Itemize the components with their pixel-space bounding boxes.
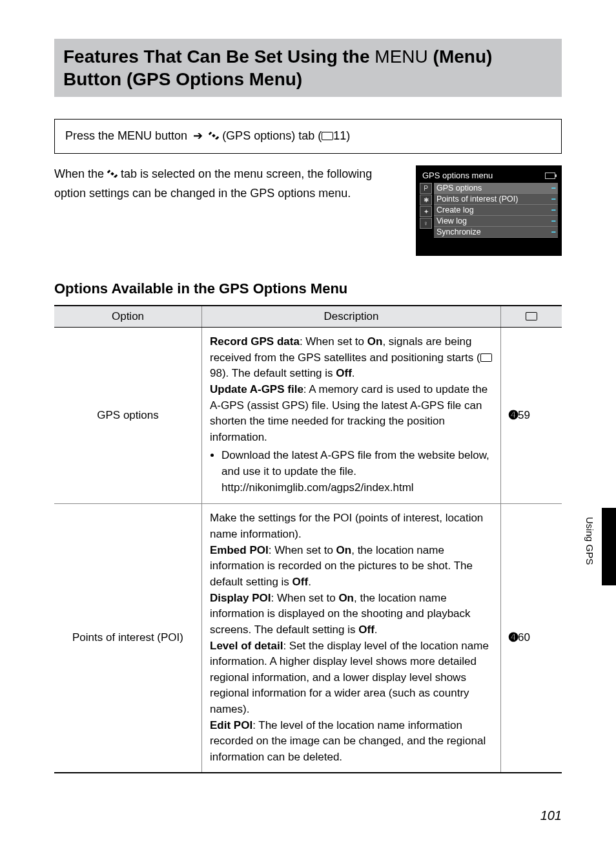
svg-rect-3 [110,172,114,176]
intro-text: When the tab is selected on the menu scr… [54,165,398,203]
txt: : When set to [271,592,338,604]
nav-text: Press the [65,129,118,142]
lcd-row-value: -- [551,227,555,236]
txt: . [308,576,311,588]
lcd-menu-rows: GPS options-- Points of interest (POI)--… [434,183,558,238]
term: Edit POI [210,719,252,731]
txt: . [375,624,378,636]
book-icon [480,353,492,362]
value-off: Off [358,624,375,636]
bullet-list: Download the latest A-GPS file from the … [210,448,493,496]
menu-glyph: MENU [375,47,427,67]
col-reference [501,306,562,328]
col-description: Description [202,306,501,328]
svg-rect-1 [209,132,212,136]
nav-ref: 11) [333,129,350,142]
navigation-hint-box: Press the MENU button ➔ (GPS options) ta… [54,119,562,154]
lcd-tab-icon: ✱ [420,194,432,205]
txt: : When set to [269,544,336,556]
col-option: Option [54,306,202,328]
lcd-row-value: -- [551,194,555,204]
value-off: Off [293,576,309,588]
lcd-tab-icon: P [420,183,432,194]
option-description: Record GPS data: When set to On, signals… [202,328,501,504]
lcd-row-value: -- [551,205,555,215]
txt: . [352,367,355,379]
term: Update A-GPS file [210,383,303,395]
page-title: Features That Can Be Set Using the MENU … [54,39,562,97]
value-off: Off [336,367,352,379]
term: Level of detail [210,640,283,652]
list-item: Download the latest A-GPS file from the … [221,448,493,496]
lcd-title-bar: GPS options menu [420,169,558,183]
lcd-row-value: -- [551,183,555,193]
term: Embed POI [210,544,269,556]
reference-icon: ➍ [509,631,517,644]
page-number: 101 [540,808,562,823]
option-reference: ➍59 [501,328,562,504]
lcd-menu-row: Create log-- [434,205,558,216]
menu-glyph: MENU [118,129,152,142]
intro-pre: When the [54,167,107,180]
reference-icon: ➍ [509,409,517,421]
lcd-tab-icon: ✦ [420,206,432,217]
lcd-row-label: Synchronize [436,227,481,236]
term: Display POI [210,592,271,604]
intro-row: When the tab is selected on the menu scr… [54,165,562,256]
url-text: http://nikonimglib.com/agps2/index.html [221,481,414,494]
option-description: Make the settings for the POI (points of… [202,504,501,773]
lcd-row-label: View log [436,216,467,225]
ref-number: 60 [518,631,530,644]
svg-rect-4 [107,170,110,174]
option-reference: ➍60 [501,504,562,773]
chapter-label: Using GPS [584,517,595,565]
lcd-row-label: Create log [436,205,474,215]
subsection-heading: Options Available in the GPS Options Men… [54,280,562,297]
lcd-tab-icon: ♀ [420,218,432,229]
nav-text: button [152,129,190,142]
lcd-row-label: GPS options [436,183,482,193]
table-row: GPS options Record GPS data: When set to… [54,328,562,504]
arrow-right-icon: ➔ [193,129,203,142]
nav-text: (GPS options) tab ( [222,129,322,142]
title-text-pre: Features That Can Be Set Using the [63,47,375,67]
lcd-tab-icons: P ✱ ✦ ♀ [420,183,432,238]
lcd-row-label: Points of interest (POI) [436,194,518,204]
ref-number: 59 [518,409,530,421]
value-on: On [336,544,352,556]
txt: Make the settings for the POI (points of… [210,512,483,540]
lcd-title: GPS options menu [422,171,493,180]
chapter-tab [602,508,616,585]
battery-icon [545,173,555,179]
gps-satellite-icon [209,131,219,144]
option-name: GPS options [54,328,202,504]
book-icon [526,312,537,320]
svg-rect-0 [212,134,216,138]
lcd-menu-row: View log-- [434,216,558,227]
book-icon [322,132,333,140]
option-name: Points of interest (POI) [54,504,202,773]
lcd-menu-row: Synchronize-- [434,227,558,238]
txt: 98). The default setting is [210,367,336,379]
table-row: Points of interest (POI) Make the settin… [54,504,562,773]
lcd-row-value: -- [551,216,555,225]
value-on: On [338,592,354,604]
value-on: On [367,335,383,348]
manual-page: Features That Can Be Set Using the MENU … [0,0,616,849]
camera-lcd-screenshot: GPS options menu P ✱ ✦ ♀ GPS options-- P… [416,165,562,256]
options-table: Option Description GPS options Record GP… [54,305,562,773]
term: Record GPS data [210,335,300,348]
lcd-menu-row: Points of interest (POI)-- [434,194,558,205]
txt: Download the latest A-GPS file from the … [221,449,489,477]
gps-satellite-icon [107,167,118,185]
txt: : When set to [300,335,367,348]
lcd-menu-row: GPS options-- [434,183,558,194]
